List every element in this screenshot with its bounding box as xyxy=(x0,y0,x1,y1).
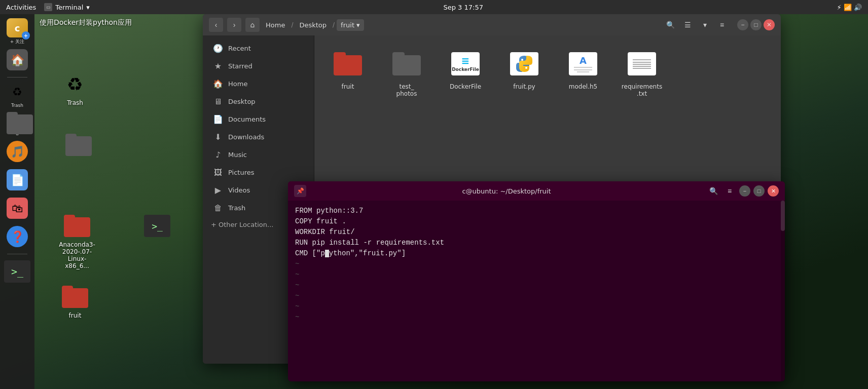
sidebar-item-starred[interactable]: ★ Starred xyxy=(205,57,312,75)
fm-sep2: / xyxy=(333,21,335,28)
file-item-requirements[interactable]: requirements.txt xyxy=(617,44,667,101)
file-item-test-photos[interactable]: test_photos xyxy=(381,44,432,101)
trash-label: Trash xyxy=(67,99,83,106)
dock-item-appstore[interactable]: 🛍 xyxy=(4,195,30,221)
fm-menu-button[interactable]: ≡ xyxy=(715,18,729,32)
fm-breadcrumb-home-label[interactable]: Home xyxy=(262,19,289,31)
activities-label[interactable]: Activities xyxy=(6,4,36,11)
docker-file-icon: ≡ DockerFile xyxy=(451,52,480,75)
term-menu-button[interactable]: ≡ xyxy=(723,184,736,198)
term-scrollbar[interactable] xyxy=(781,201,785,381)
file-item-dockerfile[interactable]: ≡ DockerFile DockerFile xyxy=(440,44,491,101)
desktop-icon-terminal[interactable]: >_ xyxy=(137,213,177,241)
sidebar-videos-label: Videos xyxy=(228,186,250,194)
sidebar-item-downloads[interactable]: ⬇ Downloads xyxy=(205,128,312,146)
sidebar-documents-label: Documents xyxy=(228,115,266,123)
dock-separator-2 xyxy=(7,254,27,254)
topbar-datetime: Sep 3 17:57 xyxy=(443,4,483,11)
home-icon: 🏠 xyxy=(7,49,28,70)
fm-search-button[interactable]: 🔍 xyxy=(663,18,677,32)
file-item-model-h5[interactable]: A model.h5 xyxy=(558,44,608,101)
sidebar-downloads-label: Downloads xyxy=(228,133,264,141)
terminal-topbar-label: Terminal xyxy=(55,4,83,11)
term-tilde-2: ~ xyxy=(295,269,778,280)
requirements-name: requirements.txt xyxy=(621,83,663,97)
fm-breadcrumb-fruit[interactable]: fruit ▾ xyxy=(337,19,364,31)
fm-back-button[interactable]: ‹ xyxy=(209,18,223,32)
term-cursor xyxy=(325,250,329,257)
term-tilde-6: ~ xyxy=(295,312,778,323)
dock-item-folder-a[interactable]: a xyxy=(4,110,30,136)
topbar-terminal[interactable]: ▭ Terminal ▾ xyxy=(44,3,89,11)
dock-item-docs[interactable]: 📄 xyxy=(4,167,30,193)
dock-item-home[interactable]: 🏠 xyxy=(4,47,30,73)
term-title: c@ubuntu: ~/Desktop/fruit xyxy=(310,187,703,195)
sidebar-item-recent[interactable]: 🕐 Recent xyxy=(205,40,312,57)
music-sidebar-icon: ♪ xyxy=(213,150,223,160)
term-tilde-3: ~ xyxy=(295,280,778,291)
test-photos-name: test_photos xyxy=(396,83,417,97)
dock-item-trash[interactable]: ♻ Trash xyxy=(4,82,30,108)
desktop-icon-folder1[interactable] xyxy=(58,132,99,160)
file-item-fruit[interactable]: fruit xyxy=(322,44,373,101)
help-icon: ❓ xyxy=(7,226,28,247)
term-tilde-4: ~ xyxy=(295,291,778,301)
starred-icon: ★ xyxy=(213,61,223,71)
fm-titlebar: ‹ › ⌂ Home / Desktop / fruit ▾ 🔍 ☰ ▾ ≡ − xyxy=(203,14,781,35)
sidebar-trash-label: Trash xyxy=(228,204,245,212)
term-line-2: COPY fruit . xyxy=(295,216,778,227)
fruit-folder-icon xyxy=(332,48,364,80)
term-tilde-5: ~ xyxy=(295,301,778,312)
sidebar-item-documents[interactable]: 📄 Documents xyxy=(205,110,312,128)
dock-item-sound[interactable]: 🎵 xyxy=(4,138,30,165)
term-maximize-button[interactable]: □ xyxy=(753,185,765,197)
documents-sidebar-icon: 📄 xyxy=(213,114,223,124)
terminal-dock-icon: >_ xyxy=(4,260,30,283)
term-minimize-button[interactable]: − xyxy=(739,185,750,197)
topbar: Activities ▭ Terminal ▾ Sep 3 17:57 ⚡ 📶 … xyxy=(0,0,868,14)
fm-listview-button[interactable]: ☰ xyxy=(680,18,695,32)
sidebar-item-home[interactable]: 🏠 Home xyxy=(205,75,312,93)
sidebar-pictures-label: Pictures xyxy=(228,169,254,176)
desktop-icon-fruit[interactable]: fruit xyxy=(55,284,95,319)
sidebar-home-label: Home xyxy=(228,80,247,88)
requirements-text-icon xyxy=(628,52,656,75)
sidebar-item-desktop[interactable]: 🖥 Desktop xyxy=(205,93,312,110)
fm-home-button[interactable]: ⌂ xyxy=(245,18,260,32)
sound-icon: 🎵 xyxy=(7,141,28,162)
term-body[interactable]: FROM python::3.7 COPY fruit . WORKDIR fr… xyxy=(288,201,785,381)
fm-toolbar-right: 🔍 ☰ ▾ ≡ xyxy=(663,18,729,32)
term-line-1: FROM python::3.7 xyxy=(295,206,778,216)
dock-item-avatar[interactable]: c + + 关注 xyxy=(4,18,30,45)
home-sidebar-icon: 🏠 xyxy=(213,79,223,89)
dock-item-help[interactable]: ❓ xyxy=(4,223,30,250)
fm-close-button[interactable]: ✕ xyxy=(764,19,775,30)
term-close-button[interactable]: ✕ xyxy=(768,185,779,197)
desktop-icon-anaconda[interactable]: Anaconda3-2020-.07-Linux-x86_6... xyxy=(55,213,99,269)
sidebar-starred-label: Starred xyxy=(228,62,252,70)
fm-window-buttons: − □ ✕ xyxy=(737,19,775,30)
fruit-desktop-label: fruit xyxy=(69,312,82,319)
dock-avatar-label: + 关注 xyxy=(10,38,24,45)
model-text-icon: A xyxy=(569,52,597,75)
videos-sidebar-icon: ▶ xyxy=(213,185,223,195)
dockerfile-name: DockerFile xyxy=(450,83,481,90)
term-line-4: RUN pip install -r requirements.txt xyxy=(295,238,778,248)
trash-recycle-icon: ♻ xyxy=(62,71,88,97)
dock-avatar: c + xyxy=(7,18,28,37)
fm-breadcrumb-desktop-label[interactable]: Desktop xyxy=(295,19,331,31)
term-search-button[interactable]: 🔍 xyxy=(707,184,720,198)
fruit-folder-name: fruit xyxy=(342,83,354,90)
dock-item-terminal[interactable]: >_ xyxy=(4,258,30,285)
folder-a-icon xyxy=(7,110,28,130)
file-item-fruit-py[interactable]: fruit.py xyxy=(499,44,550,101)
fm-forward-button[interactable]: › xyxy=(227,18,241,32)
fm-maximize-button[interactable]: □ xyxy=(750,19,762,30)
desktop-icon-trash[interactable]: ♻ Trash xyxy=(55,71,95,106)
terminal-desktop-icon: >_ xyxy=(144,213,170,239)
sidebar-item-music[interactable]: ♪ Music xyxy=(205,146,312,164)
sidebar-item-pictures[interactable]: 🖼 Pictures xyxy=(205,164,312,181)
fm-view-chevron-button[interactable]: ▾ xyxy=(698,18,712,32)
fm-minimize-button[interactable]: − xyxy=(737,19,748,30)
test-photos-icon xyxy=(390,48,423,80)
